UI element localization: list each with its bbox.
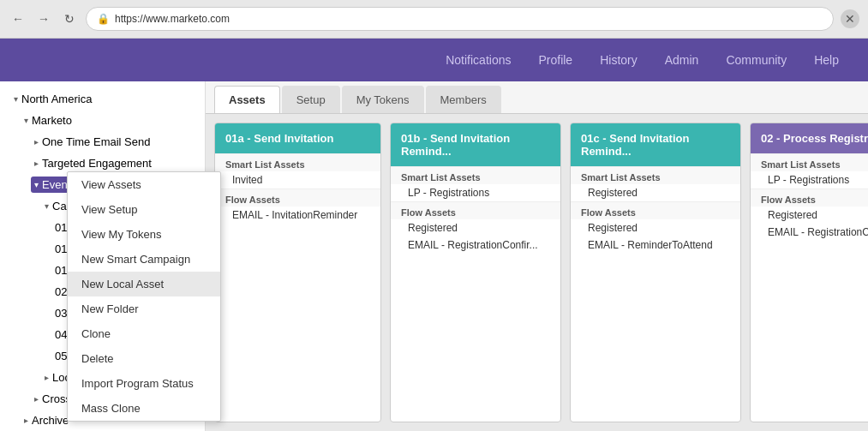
tree-label: Targeted Engagement bbox=[42, 157, 152, 170]
tab-my-tokens[interactable]: My Tokens bbox=[342, 86, 424, 113]
tree-label: 02 bbox=[55, 285, 67, 298]
menu-item-new-local-asset[interactable]: New Local Asset bbox=[68, 272, 220, 296]
top-navigation: Notifications Profile History Admin Comm… bbox=[0, 39, 868, 81]
menu-item-delete[interactable]: Delete bbox=[68, 346, 220, 371]
card-section-smart-list-4: Smart List Assets bbox=[751, 153, 868, 171]
main-layout: ▾ North America ▾ Marketo ▸ One Time Ema… bbox=[0, 81, 868, 431]
card-header-01b: 01b - Send Invitation Remind... bbox=[391, 123, 560, 166]
card-section-flow-3: Flow Assets bbox=[571, 201, 740, 219]
arrow-icon: ▾ bbox=[24, 116, 28, 125]
nav-profile[interactable]: Profile bbox=[526, 48, 584, 72]
nav-items: Notifications Profile History Admin Comm… bbox=[434, 48, 851, 72]
arrow-icon: ▸ bbox=[34, 394, 39, 404]
card-header-01a: 01a - Send Invitation bbox=[215, 123, 380, 153]
arrow-icon: ▾ bbox=[45, 201, 49, 211]
arrow-icon: ▾ bbox=[14, 94, 18, 104]
card-item-registered-3a: Registered bbox=[571, 184, 740, 201]
card-item-registered-4: Registered bbox=[751, 207, 868, 224]
arrow-icon: ▾ bbox=[34, 180, 39, 189]
card-02: 02 - Process Registration Smart List Ass… bbox=[750, 123, 868, 422]
tree-label: One Time Email Send bbox=[42, 135, 150, 148]
arrow-icon: ▸ bbox=[24, 416, 28, 425]
card-header-01c: 01c - Send Invitation Remind... bbox=[571, 123, 740, 166]
card-01b: 01b - Send Invitation Remind... Smart Li… bbox=[390, 123, 561, 422]
close-button[interactable]: ✕ bbox=[841, 9, 859, 28]
card-section-smart-list-2: Smart List Assets bbox=[391, 166, 560, 184]
tab-assets[interactable]: Assets bbox=[214, 86, 280, 113]
arrow-icon: ▸ bbox=[34, 137, 39, 147]
card-item-lp-registrations-4: LP - Registrations bbox=[751, 171, 868, 189]
tab-members[interactable]: Members bbox=[426, 86, 501, 113]
url-text: https://www.marketo.com bbox=[115, 13, 230, 25]
card-item-email-reminder-3: EMAIL - ReminderToAttend bbox=[571, 236, 740, 254]
card-section-flow-4: Flow Assets bbox=[751, 189, 868, 207]
content-area: Assets Setup My Tokens Members 01a - Sen… bbox=[206, 81, 868, 431]
card-01a: 01a - Send Invitation Smart List Assets … bbox=[214, 123, 381, 422]
card-item-email-registration-4: EMAIL - RegistrationConfir... bbox=[751, 224, 868, 241]
tree-item-one-time-email[interactable]: ▸ One Time Email Send bbox=[0, 131, 205, 153]
url-bar[interactable]: 🔒 https://www.marketo.com bbox=[86, 7, 834, 31]
tree-item-north-america[interactable]: ▾ North America bbox=[0, 88, 205, 110]
nav-history[interactable]: History bbox=[588, 48, 650, 72]
tab-bar: Assets Setup My Tokens Members bbox=[206, 81, 868, 114]
card-item-registered-3b: Registered bbox=[571, 219, 740, 236]
refresh-button[interactable]: ↻ bbox=[60, 9, 79, 28]
arrow-icon: ▸ bbox=[34, 159, 39, 168]
card-header-02: 02 - Process Registration bbox=[751, 123, 868, 153]
menu-item-view-setup[interactable]: View Setup bbox=[68, 197, 220, 222]
menu-item-new-folder[interactable]: New Folder bbox=[68, 296, 220, 321]
tree-item-marketo[interactable]: ▾ Marketo bbox=[0, 110, 205, 131]
tree-label: Marketo bbox=[32, 114, 72, 127]
lock-icon: 🔒 bbox=[97, 13, 110, 25]
arrow-icon: ▸ bbox=[45, 373, 49, 382]
forward-button[interactable]: → bbox=[34, 9, 53, 28]
card-item-registered-2: Registered bbox=[391, 219, 560, 236]
menu-item-view-assets[interactable]: View Assets bbox=[68, 172, 220, 197]
card-section-flow-2: Flow Assets bbox=[391, 201, 560, 219]
card-item-lp-registrations-2: LP - Registrations bbox=[391, 184, 560, 201]
tree-label: North America bbox=[21, 93, 92, 105]
tab-setup[interactable]: Setup bbox=[282, 86, 340, 113]
context-menu: View Assets View Setup View My Tokens Ne… bbox=[67, 171, 221, 422]
card-section-flow-1: Flow Assets bbox=[215, 189, 380, 207]
menu-item-mass-clone[interactable]: Mass Clone bbox=[68, 396, 220, 421]
tree-label: 04 bbox=[55, 328, 67, 341]
tree-label: Archive bbox=[32, 414, 69, 427]
back-button[interactable]: ← bbox=[9, 9, 27, 28]
nav-notifications[interactable]: Notifications bbox=[434, 48, 523, 72]
card-item-email-invitation: EMAIL - InvitationReminder bbox=[215, 207, 380, 224]
nav-help[interactable]: Help bbox=[802, 48, 851, 72]
card-01c: 01c - Send Invitation Remind... Smart Li… bbox=[570, 123, 741, 422]
menu-item-clone[interactable]: Clone bbox=[68, 321, 220, 346]
tree-label: 03 bbox=[55, 307, 67, 320]
tree-label: 05 bbox=[55, 350, 67, 362]
cards-area: 01a - Send Invitation Smart List Assets … bbox=[206, 114, 868, 431]
nav-admin[interactable]: Admin bbox=[653, 48, 711, 72]
menu-item-import-program-status[interactable]: Import Program Status bbox=[68, 371, 220, 396]
card-item-email-registration-2: EMAIL - RegistrationConfir... bbox=[391, 236, 560, 254]
menu-item-new-smart-campaign[interactable]: New Smart Campaign bbox=[68, 247, 220, 272]
card-section-smart-list-3: Smart List Assets bbox=[571, 166, 740, 184]
nav-community[interactable]: Community bbox=[714, 48, 799, 72]
menu-item-view-my-tokens[interactable]: View My Tokens bbox=[68, 222, 220, 247]
card-item-invited: Invited bbox=[215, 171, 380, 189]
card-section-smart-list-1: Smart List Assets bbox=[215, 153, 380, 171]
browser-bar: ← → ↻ 🔒 https://www.marketo.com ✕ bbox=[0, 0, 868, 39]
